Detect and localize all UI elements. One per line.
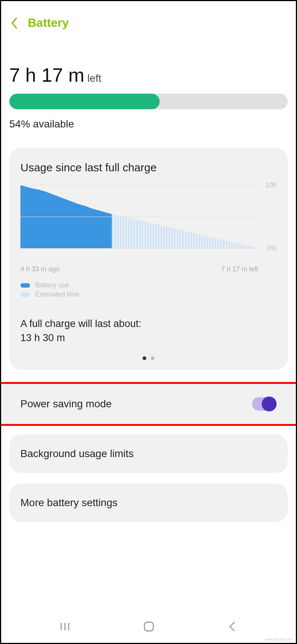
pager-dot-2[interactable] — [151, 356, 154, 360]
svg-rect-28 — [187, 232, 189, 248]
svg-rect-25 — [179, 230, 181, 248]
svg-rect-45 — [234, 243, 235, 248]
svg-rect-24 — [177, 229, 179, 248]
svg-rect-5 — [125, 217, 127, 248]
svg-rect-58 — [144, 622, 153, 631]
svg-rect-37 — [212, 237, 214, 248]
svg-rect-7 — [131, 219, 133, 248]
nav-home-icon[interactable] — [143, 620, 155, 634]
chart-x-end: 7 h 17 m left — [221, 265, 258, 273]
full-charge-line1: A full charge will last about: — [20, 317, 277, 331]
svg-rect-48 — [242, 245, 244, 248]
legend-est-label: Estimated time — [35, 291, 79, 298]
svg-rect-46 — [236, 243, 238, 248]
nav-recents-icon[interactable] — [59, 621, 71, 634]
time-left-value: 7 h 17 m — [9, 64, 84, 86]
svg-rect-39 — [218, 239, 219, 249]
android-navbar — [1, 615, 296, 639]
chart-y-bottom: 0% — [267, 245, 277, 252]
svg-rect-44 — [231, 242, 233, 248]
svg-rect-22 — [172, 228, 173, 248]
chart-y-top: 100 — [265, 181, 277, 189]
nav-back-icon[interactable] — [227, 621, 238, 634]
pager[interactable] — [20, 356, 277, 360]
svg-rect-41 — [223, 240, 225, 248]
svg-rect-0 — [112, 214, 114, 248]
svg-rect-11 — [141, 221, 143, 248]
pager-dot-1[interactable] — [143, 356, 146, 360]
svg-rect-8 — [133, 219, 135, 248]
svg-rect-23 — [174, 229, 176, 248]
svg-rect-47 — [239, 244, 241, 248]
svg-rect-4 — [123, 217, 124, 248]
svg-rect-16 — [155, 224, 157, 248]
svg-rect-10 — [139, 220, 141, 248]
svg-rect-15 — [153, 224, 154, 248]
battery-progress — [9, 94, 288, 109]
svg-rect-12 — [144, 222, 146, 248]
usage-card-title: Usage since last full charge — [20, 161, 277, 174]
svg-rect-35 — [206, 236, 208, 248]
power-saving-toggle[interactable] — [252, 397, 277, 411]
svg-rect-9 — [136, 220, 138, 249]
svg-rect-26 — [182, 230, 184, 248]
svg-rect-29 — [190, 233, 192, 249]
svg-rect-6 — [128, 218, 130, 248]
more-settings-label: More battery settings — [20, 497, 117, 509]
svg-rect-1 — [114, 215, 116, 248]
svg-rect-43 — [228, 241, 230, 248]
bg-limits-label: Background usage limits — [20, 448, 134, 460]
svg-rect-36 — [209, 237, 211, 248]
svg-rect-17 — [158, 225, 160, 248]
svg-rect-40 — [220, 239, 222, 248]
battery-progress-fill — [9, 94, 160, 109]
more-settings-row[interactable]: More battery settings — [9, 483, 288, 522]
svg-rect-38 — [215, 238, 216, 248]
svg-rect-13 — [147, 222, 149, 248]
svg-rect-30 — [193, 233, 195, 248]
time-left-suffix: left — [87, 72, 101, 84]
svg-rect-42 — [225, 241, 227, 248]
svg-rect-18 — [160, 226, 162, 248]
legend-use-label: Battery use — [35, 281, 69, 289]
svg-rect-50 — [247, 246, 249, 248]
svg-rect-3 — [120, 216, 122, 248]
svg-rect-31 — [196, 234, 198, 248]
toggle-knob — [262, 397, 277, 411]
svg-rect-21 — [169, 227, 170, 248]
watermark: www.deuaq.com — [265, 637, 292, 641]
full-charge-line2: 13 h 30 m — [20, 331, 277, 345]
svg-rect-2 — [117, 216, 119, 248]
power-saving-row[interactable]: Power saving mode — [1, 384, 296, 424]
bg-limits-row[interactable]: Background usage limits — [9, 434, 288, 473]
chart-x-start: 4 h 33 m ago — [20, 265, 59, 273]
page-title: Battery — [28, 16, 69, 30]
battery-percent-label: 54% available — [9, 118, 288, 130]
svg-rect-19 — [163, 226, 165, 249]
legend-est-swatch — [20, 292, 30, 297]
svg-rect-14 — [150, 223, 151, 248]
power-saving-label: Power saving mode — [20, 398, 112, 410]
svg-rect-20 — [166, 227, 168, 248]
svg-rect-49 — [245, 245, 247, 249]
svg-rect-32 — [199, 234, 200, 248]
back-icon[interactable] — [9, 18, 20, 28]
usage-card[interactable]: Usage since last full charge 100 0% 4 h … — [9, 148, 288, 370]
svg-rect-34 — [204, 236, 206, 248]
svg-rect-27 — [185, 231, 187, 248]
svg-rect-33 — [201, 235, 203, 248]
legend-use-swatch — [20, 283, 30, 288]
